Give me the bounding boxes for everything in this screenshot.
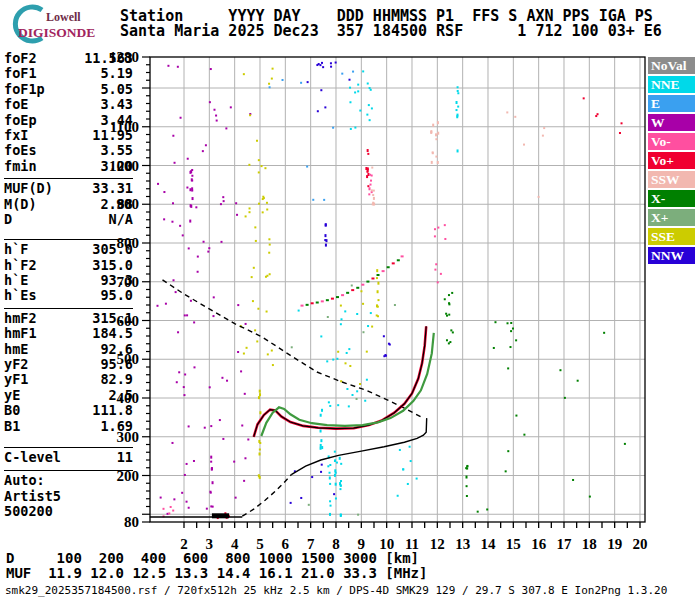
svg-text:1280: 1280 (109, 49, 139, 65)
svg-text:17: 17 (556, 536, 572, 552)
true-height-profile-valley (242, 474, 291, 516)
svg-text:18: 18 (582, 536, 597, 552)
svg-text:19: 19 (607, 536, 622, 552)
svg-text:300: 300 (117, 429, 140, 445)
legend-item-nnw: NNW (648, 247, 695, 264)
legend-item-e: E (648, 95, 695, 112)
echo-status-legend: NoValNNEEWVo-Vo+SSWX-X+SSENNW (648, 57, 696, 266)
svg-text:700: 700 (117, 274, 140, 290)
legend-item-noval: NoVal (648, 57, 695, 74)
legend-item-vo-: Vo- (648, 133, 695, 150)
ionogram-plot: 2345678910111213141516171819201280110010… (0, 0, 700, 600)
ionogram-window: Lowell DIGISONDE Station YYYY DAY DDD HH… (0, 0, 700, 600)
muf-scale-line: MUF 11.9 12.0 12.5 13.3 14.4 16.1 21.0 3… (6, 566, 427, 581)
svg-text:800: 800 (117, 235, 140, 251)
svg-text:12: 12 (430, 536, 445, 552)
svg-text:20: 20 (632, 536, 647, 552)
svg-text:200: 200 (117, 468, 140, 484)
svg-text:500: 500 (117, 351, 140, 367)
o-trace-fit (254, 326, 427, 437)
svg-text:600: 600 (117, 313, 140, 329)
legend-item-vo+: Vo+ (648, 152, 695, 169)
svg-text:1100: 1100 (110, 119, 139, 135)
svg-text:13: 13 (455, 536, 470, 552)
svg-text:80: 80 (124, 514, 139, 530)
legend-item-ssw: SSW (648, 171, 695, 188)
legend-item-sse: SSE (648, 228, 695, 245)
legend-item-x-: X- (648, 190, 695, 207)
legend-item-w: W (648, 114, 695, 131)
legend-item-nne: NNE (648, 76, 695, 93)
d-scale-line: D 100 200 400 600 800 1000 1500 3000 [km… (6, 551, 419, 566)
o-trace (254, 326, 427, 437)
muf-transmission-curve (163, 280, 424, 418)
svg-text:15: 15 (506, 536, 521, 552)
svg-text:16: 16 (531, 536, 547, 552)
file-info-line: smk29_2025357184500.rsf / 720fx512h 25 k… (5, 585, 667, 597)
svg-text:900: 900 (117, 196, 140, 212)
legend-item-x+: X+ (648, 209, 695, 226)
svg-text:400: 400 (117, 390, 140, 406)
svg-text:1000: 1000 (109, 158, 139, 174)
svg-text:14: 14 (480, 536, 496, 552)
